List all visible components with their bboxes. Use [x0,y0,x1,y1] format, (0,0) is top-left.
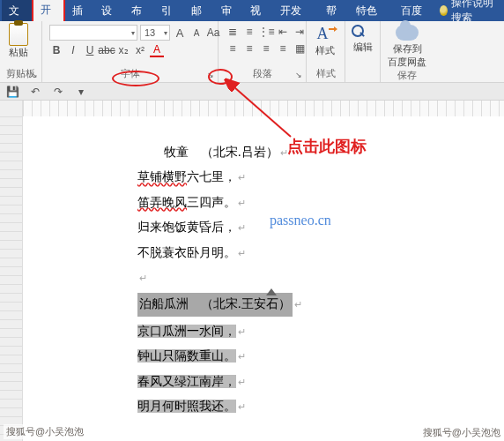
footer-credit-right: 搜狐号@小吴泡泡 [423,426,500,439]
poem2-title: 泊船瓜洲 （北宋.王安石）↵ [137,293,504,316]
poem1-line4: 不脱蓑衣卧月明。↵ [137,243,504,263]
footer-credit-left: 搜狐号@小吴泡泡 [4,424,86,439]
poem2-line4: 明月何时照我还。↵ [137,397,504,416]
selection-handle-top[interactable] [266,288,277,295]
blank-para: ↵ [137,268,504,288]
poem2-line3: 春风又绿江南岸，↵ [137,372,504,392]
watermark: passneo.cn [270,209,331,232]
svg-line-0 [227,81,291,137]
poem2-line2: 钟山只隔数重山。↵ [137,347,504,366]
poem2-line1: 京口瓜洲一水间，↵ [137,322,504,341]
annotation-arrow [0,0,504,176]
